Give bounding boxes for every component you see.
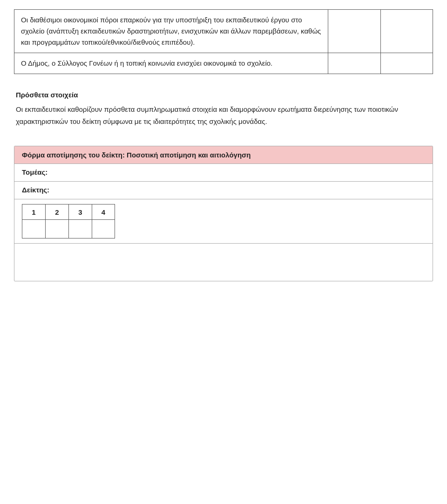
form-section: Φόρμα αποτίμησης του δείκτη: Ποσοτική απ… [14,146,433,281]
page: Οι διαθέσιμοι οικονομικοί πόροι επαρκούν… [0,0,447,504]
rating-numbers: 1 2 3 4 [22,204,425,220]
row1-check2 [380,10,433,53]
rating-num-1: 1 [22,204,45,220]
rating-box-1[interactable] [22,220,45,238]
main-content-table: Οι διαθέσιμοι οικονομικοί πόροι επαρκούν… [14,9,433,74]
table-row: Ο Δήμος, ο Σύλλογος Γονέων ή η τοπική κο… [14,53,433,74]
form-bottom-empty [14,244,433,281]
form-header: Φόρμα αποτίμησης του δείκτη: Ποσοτική απ… [14,146,433,164]
rating-num-2: 2 [45,204,68,220]
deiktis-row: Δείκτης: [14,182,433,199]
rating-num-4: 4 [92,204,115,220]
rating-section: 1 2 3 4 [14,199,433,244]
row2-text: Ο Δήμος, ο Σύλλογος Γονέων ή η τοπική κο… [14,53,328,74]
deiktis-label: Δείκτης: [22,186,49,194]
row1-check1 [328,10,380,53]
rating-boxes [22,220,425,238]
additional-section: Πρόσθετα στοιχεία Οι εκπαιδευτικοί καθορ… [14,91,433,127]
rating-box-2[interactable] [45,220,68,238]
rating-box-3[interactable] [68,220,92,238]
row2-check2 [380,53,433,74]
additional-title: Πρόσθετα στοιχεία [16,91,431,99]
row1-text: Οι διαθέσιμοι οικονομικοί πόροι επαρκούν… [14,10,328,53]
additional-text: Οι εκπαιδευτικοί καθορίζουν πρόσθετα συμ… [16,103,431,127]
rating-num-3: 3 [68,204,92,220]
tomeas-row: Τομέας: [14,164,433,182]
row2-check1 [328,53,380,74]
rating-box-4[interactable] [92,220,115,238]
table-row: Οι διαθέσιμοι οικονομικοί πόροι επαρκούν… [14,10,433,53]
tomeas-label: Τομέας: [22,168,47,176]
